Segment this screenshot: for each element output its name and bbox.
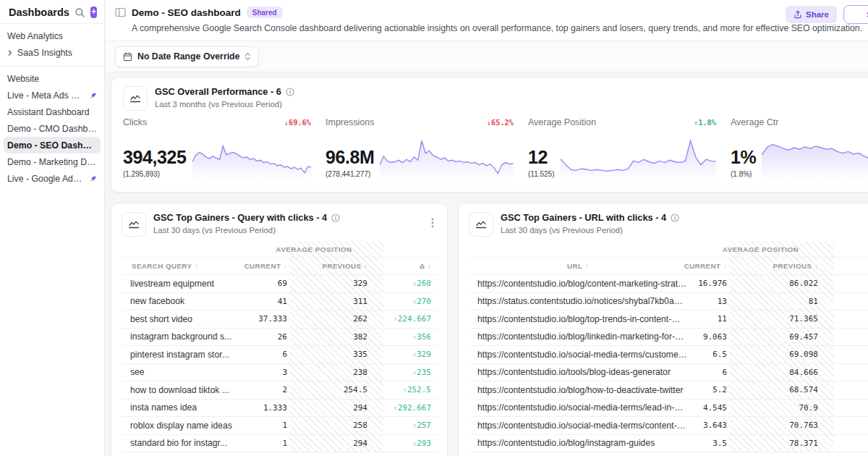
query-cell: insta names idea <box>122 402 244 413</box>
sort-desc-icon: ↓ <box>723 263 727 270</box>
delta-cell: ↑260 <box>383 279 437 288</box>
filter-bar: No Date Range Override <box>106 41 868 72</box>
url-cell: https://contentstudio.io/blog/linkedin-m… <box>469 332 687 342</box>
chevron-up-down-icon <box>244 52 251 61</box>
calendar-icon <box>123 52 132 62</box>
info-icon[interactable] <box>286 88 294 96</box>
query-cell: see <box>122 367 244 377</box>
url-cell: https://contentstudio.io/social-media-te… <box>469 350 687 360</box>
pin-icon[interactable] <box>90 92 97 99</box>
page-header: Demo - SEO dashboard Shared A comprehens… <box>106 0 868 41</box>
column-group-label: AVERAGE POSITION <box>244 245 383 253</box>
sidebar-item[interactable]: Live - Google Ads Perfor... <box>4 170 101 187</box>
line-chart-icon <box>469 212 493 237</box>
metric-value: 1% <box>731 147 756 168</box>
metric-label: Clicks <box>123 117 147 127</box>
table-row: livestream equipment69329↑260 <box>122 275 437 293</box>
metric-block: Impressions ↓65.2% 96.8M (278,441,277) <box>326 117 528 178</box>
sidebar-item[interactable]: Demo - CMO Dashboard <box>4 120 101 137</box>
table-row: https://contentstudio.io/social-media-te… <box>469 400 868 418</box>
schedule-report-button[interactable]: Schedule report <box>843 5 868 24</box>
search-icon[interactable] <box>75 7 85 18</box>
previous-cell: 238 <box>289 368 383 377</box>
current-cell: 3.643 <box>687 421 729 430</box>
previous-cell: 81 <box>729 297 834 306</box>
sidebar-item[interactable]: Website <box>4 70 101 87</box>
date-range-override-dropdown[interactable]: No Date Range Override <box>115 46 259 67</box>
sidebar-item[interactable]: Assistant Dashboard <box>4 104 101 120</box>
previous-cell: 294 <box>289 403 383 413</box>
dashboard-content: GSC Overall Performance - 6 Last 3 month… <box>106 72 868 456</box>
previous-cell: 262 <box>289 314 383 324</box>
column-header[interactable]: Δ↕ <box>383 262 437 270</box>
card-title: GSC Overall Performance - 6 <box>155 86 281 97</box>
previous-cell: 78.371 <box>729 439 834 448</box>
sidebar-item-label: SaaS Insights <box>17 48 72 58</box>
column-group-label: AVERAGE POSITION <box>687 245 834 253</box>
add-dashboard-button[interactable]: + <box>90 7 97 18</box>
table-row: https://contentstudio.io/blog/how-to-dea… <box>469 381 868 400</box>
card-subtitle: Last 30 days (vs Previous Period) <box>153 226 340 235</box>
table-row: https://contentstudio.io/social-media-te… <box>469 346 868 364</box>
query-cell: standard bio for instagr... <box>122 438 244 448</box>
previous-cell: 294 <box>289 439 383 448</box>
sidebar-item-label: Web Analytics <box>7 31 63 41</box>
url-cell: https://status.contentstudio.io/notices/… <box>469 296 687 306</box>
current-cell: 1 <box>244 439 289 448</box>
card-subtitle: Last 3 months (vs Previous Period) <box>155 100 294 109</box>
table-row: https://contentstudio.io/blog/content-ma… <box>469 275 868 293</box>
sidebar-item-label: Assistant Dashboard <box>7 107 89 117</box>
column-header[interactable]: PREVIOUS↕ <box>289 262 383 270</box>
page-description: A comprehensive Google Search Console da… <box>132 23 868 33</box>
table-row: https://contentstudio.io/blog/instagram-… <box>469 435 868 453</box>
main-area: Demo - SEO dashboard Shared A comprehens… <box>106 0 868 456</box>
column-header[interactable]: CURRENT↓ <box>687 262 729 270</box>
url-cell: https://contentstudio.io/blog/instagram-… <box>469 438 687 448</box>
pin-icon[interactable] <box>90 175 97 182</box>
share-button[interactable]: Share <box>786 6 837 23</box>
sidebar-item[interactable]: Demo - SEO Dashboard <box>4 137 101 153</box>
metric-sparkline <box>380 135 514 178</box>
upload-icon <box>793 10 802 19</box>
metric-value: 12 <box>528 147 555 168</box>
column-header[interactable]: CURRENT↓ <box>244 262 289 270</box>
current-cell: 3.5 <box>687 439 729 448</box>
column-header[interactable]: URL↕ <box>469 262 687 270</box>
info-icon[interactable] <box>671 214 679 222</box>
current-cell: 3 <box>244 368 289 377</box>
info-icon[interactable] <box>331 214 340 222</box>
sort-desc-icon: ↓ <box>284 263 287 270</box>
column-header[interactable]: PREVIOUS↕ <box>729 262 834 270</box>
query-cell: new facebook <box>122 296 244 306</box>
current-cell: 4.545 <box>687 403 729 413</box>
metric-previous-value: (1.8%) <box>731 170 756 178</box>
chevron-right-icon <box>7 50 13 56</box>
sidebar-toggle-icon[interactable] <box>115 7 126 17</box>
delta-cell: ↑235 <box>383 368 437 377</box>
delta-cell: ↑293 <box>383 439 437 448</box>
kebab-menu-icon[interactable] <box>428 215 437 231</box>
table-row: instagram background s...26382↑356 <box>122 329 437 347</box>
sidebar-item[interactable]: SaaS Insights <box>4 44 101 61</box>
sidebar: Dashboards + Web AnalyticsSaaS InsightsW… <box>0 0 105 456</box>
metric-label: Average Ctr <box>731 117 778 127</box>
sidebar-item[interactable]: Demo - Marketing Dashboard <box>4 153 101 170</box>
column-header[interactable]: SEARCH QUERY↕ <box>122 262 244 270</box>
current-cell: 16.976 <box>687 279 729 288</box>
previous-cell: 382 <box>289 332 383 342</box>
sort-icon: ↕ <box>364 263 367 270</box>
card-title: GSC Top Gainers - URL with clicks - 4 <box>501 212 666 223</box>
previous-cell: 70.9 <box>729 403 834 413</box>
previous-cell: 86.022 <box>729 279 834 288</box>
current-cell: 6.5 <box>687 350 729 359</box>
sidebar-header: Dashboards + <box>0 0 104 24</box>
delta-cell: ↑292.667 <box>383 403 437 413</box>
metric-sparkline <box>192 135 311 178</box>
current-cell: 11 <box>687 314 729 324</box>
sidebar-item[interactable]: Live - Meta Ads Performa... <box>4 87 101 104</box>
current-cell: 6 <box>687 368 729 377</box>
table-row: insta names idea1.333294↑292.667 <box>122 400 437 418</box>
tables-row: GSC Top Gainers - Query with clicks - 4 … <box>111 203 868 456</box>
sort-icon: ↕ <box>195 263 198 270</box>
sidebar-item[interactable]: Web Analytics <box>4 28 101 44</box>
